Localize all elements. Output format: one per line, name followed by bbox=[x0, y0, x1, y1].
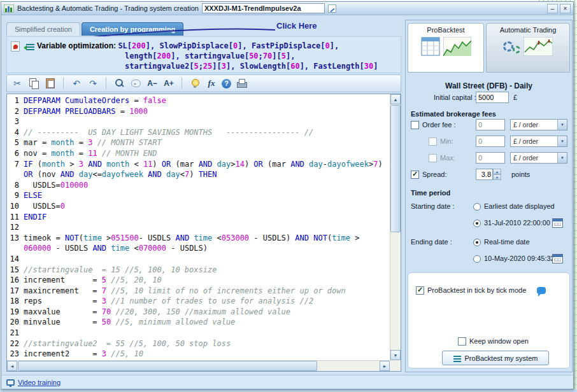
code-line[interactable]: 8 USDLS=010000 bbox=[7, 180, 390, 191]
horizontal-scroll-thumb[interactable] bbox=[18, 361, 317, 371]
tab-automatic-trading[interactable]: Automatic Trading bbox=[486, 23, 570, 73]
code-line[interactable]: 20minvalue = 50 //5, minimum allowed val… bbox=[7, 317, 390, 328]
scroll-down-button[interactable]: ▼ bbox=[390, 350, 401, 360]
probacktest-my-system-button[interactable]: ProBacktest my system bbox=[442, 351, 549, 365]
code-line[interactable]: 21 bbox=[7, 328, 390, 339]
line-number: 20 bbox=[7, 317, 24, 328]
spread-unit-label: points bbox=[511, 171, 530, 178]
code-line[interactable]: 11ENDIF bbox=[7, 212, 390, 223]
dropdown-arrow-icon[interactable]: ▼ bbox=[557, 120, 567, 130]
code-line[interactable]: 14 bbox=[7, 254, 390, 265]
copy-icon[interactable] bbox=[27, 77, 40, 90]
line-number: 6 bbox=[7, 148, 24, 159]
dropdown-arrow-icon[interactable]: ▼ bbox=[557, 136, 567, 146]
code-line[interactable]: 15//startingvalue = 15 //5, 100, 10 boxs… bbox=[7, 265, 390, 276]
end-date-value: 10-May-2020 09:45:32 bbox=[484, 255, 555, 262]
code-line[interactable]: 9ELSE bbox=[7, 190, 390, 201]
code-line[interactable]: 2DEFPARAM PRELOADBARS = 1000 bbox=[7, 106, 390, 117]
max-fee-unit-dropdown[interactable]: £ / order ▼ bbox=[510, 152, 567, 164]
order-fee-checkbox[interactable] bbox=[411, 121, 419, 129]
paste-icon[interactable] bbox=[44, 77, 57, 90]
code-lines[interactable]: 1DEFPARAM CumulateOrders = false2DEFPARA… bbox=[7, 94, 390, 360]
titlebar: Backtesting & Automatic Trading - Tradin… bbox=[1, 2, 573, 15]
tick-mode-checkbox[interactable]: ✓ bbox=[416, 286, 424, 295]
close-button[interactable]: × bbox=[560, 4, 571, 13]
max-fee-input[interactable] bbox=[476, 152, 505, 164]
order-fee-input[interactable] bbox=[476, 119, 505, 130]
max-fee-label: Max: bbox=[440, 154, 455, 162]
scrollbar-corner bbox=[390, 360, 401, 371]
tip-lightbulb-icon[interactable] bbox=[189, 77, 201, 90]
code-line[interactable]: 12 bbox=[7, 222, 390, 233]
code-line[interactable]: 7IF (month > 3 AND month < 11) OR (mar A… bbox=[7, 159, 390, 180]
comment-icon[interactable] bbox=[129, 77, 142, 90]
tab-probacktest[interactable]: ProBacktest bbox=[408, 23, 484, 73]
vertical-scrollbar[interactable]: ▲ ▼ bbox=[390, 94, 401, 360]
decrease-font-icon[interactable]: A− bbox=[146, 77, 159, 90]
insert-function-icon[interactable]: fx bbox=[205, 77, 218, 90]
undo-icon[interactable]: ↶ bbox=[70, 77, 83, 90]
spinner-up-button[interactable]: ▲ bbox=[493, 169, 501, 174]
code-line[interactable]: 18reps = 3 //1 number of trades to use f… bbox=[7, 296, 390, 307]
video-training-link[interactable]: Video training bbox=[18, 379, 61, 386]
code-line[interactable]: 6nov = month = 11 // MONTH END bbox=[7, 148, 390, 159]
code-line[interactable]: 10 USDLS=0 bbox=[7, 201, 390, 212]
edit-name-icon[interactable] bbox=[328, 4, 336, 13]
code-line[interactable]: 16increment = 5 //5, 20, 10 bbox=[7, 275, 390, 286]
min-fee-checkbox[interactable] bbox=[429, 137, 437, 146]
earliest-date-radio[interactable] bbox=[473, 203, 481, 211]
minimize-button[interactable]: – bbox=[547, 4, 558, 13]
code-line[interactable]: 22//startingvalue2 = 55 //5, 100, 50 sto… bbox=[7, 339, 390, 349]
starting-date-row: Starting date : Earliest date displayed bbox=[410, 200, 568, 213]
code-line[interactable]: 19maxvalue = 70 //20, 300, 150 //maximum… bbox=[7, 307, 390, 318]
system-name-input[interactable] bbox=[202, 3, 325, 13]
line-number: 1 bbox=[7, 95, 24, 106]
spinner-down-button[interactable]: ▼ bbox=[493, 174, 501, 180]
code-line[interactable]: 5mar = month = 3 // MONTH START bbox=[7, 137, 390, 148]
initial-capital-input[interactable] bbox=[476, 92, 509, 103]
pdf-export-icon[interactable] bbox=[11, 41, 20, 52]
variable-optimization-icon[interactable] bbox=[24, 43, 34, 51]
code-line[interactable]: 4// --------- US DAY LIGHT SAVINGS MONTH… bbox=[7, 127, 390, 138]
tab-creation-by-programming[interactable]: Creation by programming bbox=[82, 22, 183, 36]
calendar-icon[interactable] bbox=[552, 218, 563, 228]
keep-window-open-checkbox[interactable] bbox=[458, 337, 466, 346]
start-date-radio[interactable] bbox=[473, 220, 481, 227]
min-fee-input[interactable] bbox=[476, 136, 505, 147]
line-number: 11 bbox=[7, 212, 24, 223]
help-icon[interactable]: ? bbox=[222, 79, 231, 88]
code-line[interactable]: 13timeok = NOT(time >051500- USDLS AND t… bbox=[7, 233, 390, 254]
scroll-right-button[interactable]: ► bbox=[380, 361, 390, 371]
code-line[interactable]: 1DEFPARAM CumulateOrders = false bbox=[7, 95, 390, 106]
min-fee-unit-dropdown[interactable]: £ / order ▼ bbox=[510, 136, 567, 147]
redo-icon[interactable]: ↷ bbox=[87, 77, 99, 90]
code-line[interactable]: 3 bbox=[7, 116, 390, 127]
scroll-left-button[interactable]: ◄ bbox=[7, 361, 17, 371]
tab-simplified-creation[interactable]: Simplified creation bbox=[6, 22, 80, 36]
spread-checkbox[interactable]: ✓ bbox=[411, 171, 419, 179]
code-line[interactable]: 17maxincrement = 7 //5, 10 limit of no o… bbox=[7, 286, 390, 297]
code-editor[interactable]: 1DEFPARAM CumulateOrders = false2DEFPARA… bbox=[6, 94, 401, 372]
keep-window-open-row: Keep window open bbox=[412, 335, 566, 348]
dropdown-arrow-icon[interactable]: ▼ bbox=[557, 153, 567, 163]
vertical-scroll-thumb[interactable] bbox=[390, 105, 401, 232]
order-fee-label: Order fee : bbox=[422, 121, 456, 129]
cut-icon[interactable]: ✂ bbox=[11, 77, 24, 90]
search-icon[interactable] bbox=[113, 77, 125, 90]
speech-bubble-icon bbox=[537, 287, 546, 294]
ending-date-row: Ending date : Real-time date bbox=[410, 236, 568, 249]
line-number: 3 bbox=[7, 116, 24, 127]
instrument-title: Wall Street (DFB) - Daily bbox=[406, 81, 572, 90]
line-number: 19 bbox=[7, 307, 24, 318]
calendar-icon[interactable] bbox=[552, 254, 563, 263]
max-fee-checkbox[interactable] bbox=[429, 154, 437, 162]
code-line[interactable]: 23increment2 = 3 //5, 10 bbox=[7, 349, 390, 360]
order-fee-unit-dropdown[interactable]: £ / order ▼ bbox=[510, 119, 567, 130]
realtime-date-radio[interactable] bbox=[473, 239, 481, 246]
print-icon[interactable] bbox=[235, 77, 248, 90]
horizontal-scrollbar[interactable]: ◄ ► bbox=[7, 360, 390, 371]
increase-font-icon[interactable]: A+ bbox=[162, 77, 175, 90]
spread-input[interactable] bbox=[476, 169, 493, 180]
scroll-up-button[interactable]: ▲ bbox=[390, 94, 401, 104]
end-date-radio[interactable] bbox=[473, 255, 481, 263]
